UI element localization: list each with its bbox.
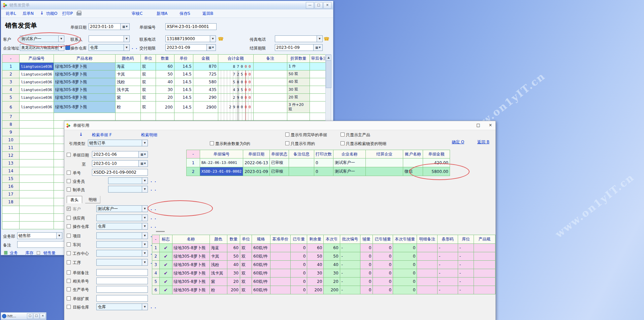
table-cell[interactable]: 14.5 <box>174 70 193 78</box>
save-button[interactable]: 保存S <box>180 11 190 17</box>
table-cell[interactable]: 0 <box>360 252 373 261</box>
table-cell[interactable]: 1 <box>2 63 20 70</box>
table-cell[interactable] <box>270 261 291 269</box>
table-cell[interactable]: 绿地305-8萝卜熊 <box>54 101 115 113</box>
dept-combo[interactable]: 销售部 ▼ <box>17 232 62 239</box>
only-searched-label[interactable]: 只显示检索物资的明细 <box>346 141 386 147</box>
table-cell[interactable]: 2 <box>187 167 200 176</box>
table-cell[interactable]: 已审核 <box>269 158 289 167</box>
window-titlebar[interactable]: ◆◆◆ 销售发货单 — □ × <box>1 1 333 9</box>
chevron-down-icon[interactable]: ▼ <box>142 178 148 184</box>
column-header[interactable]: 产品规 <box>474 235 495 244</box>
checkbox[interactable] <box>285 141 289 145</box>
column-header[interactable]: 结算企业 <box>365 150 403 158</box>
checkbox[interactable] <box>67 234 71 238</box>
table-cell[interactable] <box>253 113 287 121</box>
chevron-down-icon[interactable]: ▼ <box>58 36 64 42</box>
table-cell[interactable]: 双 <box>140 101 156 113</box>
filter-combo[interactable]: ▼ <box>96 250 148 257</box>
chevron-down-icon[interactable]: ▼ <box>142 206 148 212</box>
table-cell[interactable]: 0 <box>393 252 417 261</box>
table-cell[interactable]: 290000 <box>218 101 253 113</box>
column-header[interactable]: 单价 <box>174 55 193 63</box>
column-header[interactable]: 备注信息 <box>289 150 314 158</box>
table-cell[interactable]: liangtuoxie036 <box>20 63 54 70</box>
dialog-titlebar[interactable]: ◆◆◆ 单据引用 <box>64 121 495 130</box>
table-cell[interactable]: 60双/件 <box>252 252 270 261</box>
column-header[interactable]: 已引辅量 <box>373 235 393 244</box>
column-header[interactable]: 颜色码 <box>115 55 140 63</box>
chevron-down-icon[interactable]: ▼ <box>58 45 64 51</box>
table-cell[interactable]: 30 <box>227 269 240 278</box>
tab-header[interactable]: 表头 <box>67 196 82 203</box>
table-cell[interactable]: - <box>340 244 360 252</box>
table-row[interactable]: 1BA-22-06-13-00012022-06-13已审核0测试客户一420.… <box>187 158 450 167</box>
back-button[interactable]: 返回B <box>202 11 213 17</box>
filter-input[interactable] <box>96 269 148 276</box>
table-cell[interactable] <box>417 244 438 252</box>
scroll-up-icon[interactable]: ▲ <box>326 55 331 61</box>
table-cell[interactable]: 50 <box>307 252 324 261</box>
table-cell[interactable] <box>20 206 54 214</box>
table-cell[interactable]: 14.5 <box>174 101 193 113</box>
table-cell[interactable] <box>365 158 403 167</box>
printer-icon[interactable] <box>76 12 82 16</box>
chevron-down-icon[interactable]: ▼ <box>142 186 148 192</box>
column-header[interactable]: 已引量 <box>291 235 307 244</box>
table-cell[interactable] <box>270 252 291 261</box>
dialog-maximize-button[interactable]: □ <box>475 122 481 128</box>
filter-combo[interactable]: ▼ <box>96 214 148 221</box>
table-cell[interactable]: 海蓝 <box>210 244 227 252</box>
dialog-close-button[interactable]: × <box>487 122 493 128</box>
table-cell[interactable] <box>253 78 287 86</box>
checkbox[interactable] <box>285 133 289 137</box>
checkbox[interactable] <box>67 224 71 228</box>
table-cell[interactable]: 870 <box>193 63 218 70</box>
table-cell[interactable]: - <box>458 252 474 261</box>
table-cell[interactable] <box>289 167 314 176</box>
table-cell[interactable]: 3 <box>2 78 20 86</box>
table-cell[interactable]: 725 <box>193 70 218 78</box>
checkbox[interactable] <box>67 216 71 220</box>
table-cell[interactable]: - <box>438 278 458 286</box>
table-cell[interactable]: 60双/件 <box>252 286 270 294</box>
table-cell[interactable] <box>193 113 218 121</box>
checkbox[interactable] <box>341 133 345 137</box>
table-cell[interactable]: - <box>340 286 360 294</box>
column-header[interactable]: 单据编号 <box>200 150 243 158</box>
table-cell[interactable] <box>174 113 193 121</box>
table-cell[interactable] <box>270 286 291 294</box>
checkbox[interactable] <box>67 260 71 264</box>
column-header[interactable]: - <box>187 150 200 158</box>
chevron-down-icon[interactable]: ▼ <box>142 140 148 146</box>
more-dots[interactable]: . . <box>151 207 157 211</box>
chevron-down-icon[interactable]: ▼ <box>142 215 148 221</box>
table-cell[interactable]: 0 <box>291 286 307 294</box>
table-cell[interactable]: liangtuoxie036 <box>20 94 54 101</box>
table-cell[interactable]: 580 <box>193 78 218 86</box>
column-header[interactable]: - <box>2 55 20 63</box>
search-dropdown-arrow-icon[interactable]: ↓ <box>79 132 83 137</box>
table-cell[interactable]: liangtuoxie036 <box>20 101 54 113</box>
show-zero-label[interactable]: 显示剩余数量为0的 <box>215 141 250 147</box>
chevron-down-icon[interactable]: ▼ <box>142 304 148 310</box>
phone-combo[interactable]: 13188719000 ▼ <box>165 35 216 42</box>
table-cell[interactable]: 12 <box>2 152 20 159</box>
chevron-down-icon[interactable]: ▼ <box>142 223 148 229</box>
table-cell[interactable] <box>54 113 115 121</box>
table-cell[interactable] <box>2 206 20 214</box>
table-cell[interactable] <box>417 278 438 286</box>
table-cell[interactable]: 浅卡其 <box>115 86 140 94</box>
print-button[interactable]: 打印P <box>62 11 73 17</box>
calendar-icon[interactable]: ▦▼ <box>206 45 216 51</box>
table-cell[interactable]: 双 <box>140 78 156 86</box>
table-cell[interactable]: - <box>458 244 474 252</box>
table-cell[interactable]: 浅粉 <box>210 261 227 269</box>
table-cell[interactable] <box>474 278 495 286</box>
table-cell[interactable] <box>140 113 156 121</box>
table-cell[interactable]: 14.5 <box>174 63 193 70</box>
table-cell[interactable]: 0 <box>373 244 393 252</box>
checkbox[interactable] <box>67 251 71 255</box>
maximize-button[interactable]: □ <box>315 2 323 9</box>
add-button[interactable]: 新增A <box>157 11 167 17</box>
